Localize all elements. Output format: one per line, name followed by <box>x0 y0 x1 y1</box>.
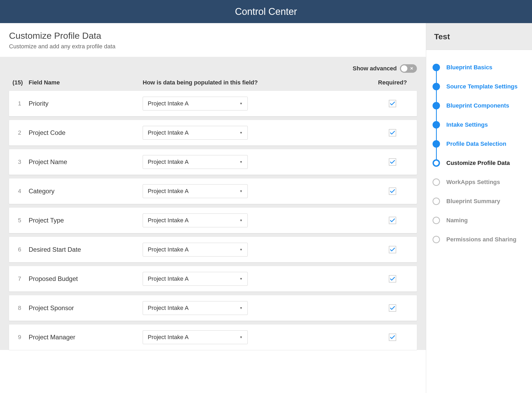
step-dot-icon <box>433 159 440 167</box>
step-label: Naming <box>446 217 468 224</box>
field-row-number: 8 <box>12 305 29 311</box>
populate-select[interactable]: Project Intake A▼ <box>143 97 248 110</box>
step-label: Blueprint Summary <box>446 198 500 205</box>
populate-select-value: Project Intake A <box>148 305 189 311</box>
required-checkbox[interactable] <box>389 217 396 224</box>
populate-select-value: Project Intake A <box>148 334 189 341</box>
step-label: Blueprint Components <box>446 102 509 109</box>
required-checkbox[interactable] <box>389 187 396 195</box>
field-row: 5Project TypeProject Intake A▼ <box>9 208 417 233</box>
populate-select[interactable]: Project Intake A▼ <box>143 330 248 344</box>
populate-select[interactable]: Project Intake A▼ <box>143 126 248 140</box>
step-label: Intake Settings <box>446 121 488 128</box>
field-row-required-cell <box>371 158 414 166</box>
field-row-populate-cell: Project Intake A▼ <box>143 213 371 227</box>
populate-select-value: Project Intake A <box>148 217 189 224</box>
field-row-name: Project Type <box>29 217 143 224</box>
step-item[interactable]: Blueprint Components <box>433 96 526 115</box>
column-field-name: Field Name <box>29 79 143 86</box>
app-title: Control Center <box>235 6 297 17</box>
step-item[interactable]: Profile Data Selection <box>433 134 526 153</box>
step-label: WorkApps Settings <box>446 179 500 186</box>
step-item[interactable]: Permissions and Sharing <box>433 230 526 249</box>
page-subtitle: Customize and add any extra profile data <box>9 43 417 50</box>
sidebar: Test Blueprint BasicsSource Template Set… <box>426 23 532 393</box>
main-panel: Customize Profile Data Customize and add… <box>0 23 426 393</box>
required-checkbox[interactable] <box>389 334 396 341</box>
required-checkbox[interactable] <box>389 129 396 136</box>
step-dot-icon <box>433 102 440 109</box>
field-row-number: 6 <box>12 246 29 253</box>
checkmark-icon <box>390 189 395 193</box>
caret-down-icon: ▼ <box>239 131 243 135</box>
step-dot-icon <box>433 236 440 243</box>
step-dot-icon <box>433 83 440 90</box>
populate-select[interactable]: Project Intake A▼ <box>143 155 248 169</box>
field-rows: 1PriorityProject Intake A▼2Project CodeP… <box>9 91 417 350</box>
step-label: Blueprint Basics <box>446 64 492 71</box>
step-dot-icon <box>433 140 440 148</box>
populate-select[interactable]: Project Intake A▼ <box>143 213 248 227</box>
populate-select-value: Project Intake A <box>148 129 189 136</box>
step-label: Permissions and Sharing <box>446 236 516 243</box>
toggle-knob-icon <box>401 65 407 72</box>
show-advanced-label: Show advanced <box>353 65 397 72</box>
step-item[interactable]: Customize Profile Data <box>433 153 526 173</box>
show-advanced-toggle[interactable]: ✕ <box>400 64 417 73</box>
caret-down-icon: ▼ <box>239 160 243 164</box>
step-item[interactable]: Naming <box>433 211 526 230</box>
required-checkbox[interactable] <box>389 100 396 107</box>
field-row-populate-cell: Project Intake A▼ <box>143 301 371 315</box>
field-row-name: Project Name <box>29 158 143 166</box>
caret-down-icon: ▼ <box>239 335 243 339</box>
column-headers: (15) Field Name How is data being popula… <box>9 78 417 91</box>
caret-down-icon: ▼ <box>239 219 243 222</box>
required-checkbox[interactable] <box>389 275 396 283</box>
step-list: Blueprint BasicsSource Template Settings… <box>426 50 532 257</box>
field-row-required-cell <box>371 334 414 341</box>
checkmark-icon <box>390 160 395 164</box>
field-row-populate-cell: Project Intake A▼ <box>143 243 371 257</box>
step-item[interactable]: WorkApps Settings <box>433 173 526 192</box>
populate-select[interactable]: Project Intake A▼ <box>143 184 248 198</box>
checkmark-icon <box>390 219 395 222</box>
step-item[interactable]: Blueprint Basics <box>433 58 526 77</box>
field-row-required-cell <box>371 100 414 107</box>
column-populate: How is data being populated in this fiel… <box>143 79 371 86</box>
step-item[interactable]: Source Template Settings <box>433 77 526 96</box>
field-row-name: Desired Start Date <box>29 246 143 253</box>
column-required: Required? <box>371 79 414 86</box>
column-count: (15) <box>12 79 29 86</box>
field-row-name: Category <box>29 187 143 195</box>
field-row: 6Desired Start DateProject Intake A▼ <box>9 237 417 262</box>
field-row: 7Proposed BudgetProject Intake A▼ <box>9 266 417 292</box>
field-row-name: Project Sponsor <box>29 304 143 312</box>
field-row-name: Project Code <box>29 129 143 136</box>
caret-down-icon: ▼ <box>239 102 243 105</box>
field-row-name: Project Manager <box>29 334 143 341</box>
field-row: 2Project CodeProject Intake A▼ <box>9 120 417 146</box>
page-head: Customize Profile Data Customize and add… <box>0 23 426 57</box>
field-row-populate-cell: Project Intake A▼ <box>143 272 371 286</box>
field-row-required-cell <box>371 246 414 253</box>
step-item[interactable]: Blueprint Summary <box>433 192 526 211</box>
populate-select-value: Project Intake A <box>148 159 189 165</box>
field-row-required-cell <box>371 217 414 224</box>
step-item[interactable]: Intake Settings <box>433 115 526 134</box>
populate-select[interactable]: Project Intake A▼ <box>143 272 248 286</box>
required-checkbox[interactable] <box>389 304 396 312</box>
field-row-populate-cell: Project Intake A▼ <box>143 184 371 198</box>
field-row-populate-cell: Project Intake A▼ <box>143 97 371 110</box>
show-advanced-row: Show advanced ✕ <box>9 63 417 78</box>
field-row-number: 4 <box>12 188 29 195</box>
populate-select[interactable]: Project Intake A▼ <box>143 243 248 257</box>
required-checkbox[interactable] <box>389 158 396 166</box>
caret-down-icon: ▼ <box>239 277 243 281</box>
field-row-populate-cell: Project Intake A▼ <box>143 330 371 344</box>
field-row-populate-cell: Project Intake A▼ <box>143 155 371 169</box>
step-dot-icon <box>433 178 440 186</box>
required-checkbox[interactable] <box>389 246 396 253</box>
populate-select[interactable]: Project Intake A▼ <box>143 301 248 315</box>
field-row-number: 5 <box>12 217 29 224</box>
checkmark-icon <box>390 306 395 310</box>
